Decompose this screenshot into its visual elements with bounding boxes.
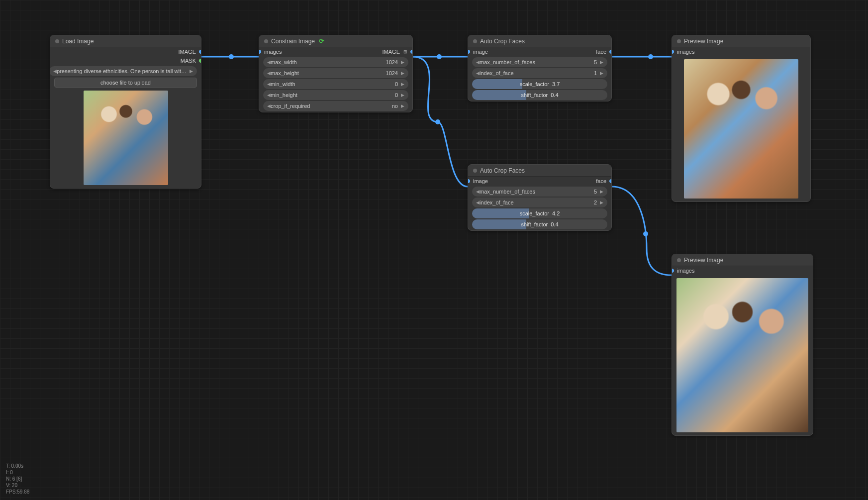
performance-stats: T: 0.00s I: 0 N: 6 [6] V: 20 FPS:59.88 [6,463,29,495]
input-images-label: images [677,268,694,274]
node-load-image[interactable]: Load Image IMAGE MASK ◀ presenting diver… [50,35,201,189]
node-preview-image-2[interactable]: Preview Image images [672,254,813,436]
widget-value: 0 [395,92,398,98]
arrow-right-icon[interactable]: ▶ [600,60,603,65]
link-dot [437,54,442,59]
widget-value: 5 [594,59,597,65]
widget-label: shift_factor [521,221,548,227]
node-auto-crop-faces-1[interactable]: Auto Crop Faces image face ◀ max_number_… [468,35,612,101]
arrow-right-icon[interactable]: ▶ [401,82,404,87]
input-images-label: images [677,49,694,55]
node-header[interactable]: Load Image [50,35,201,47]
widget-value: no [392,103,398,109]
collapse-dot-icon[interactable] [473,169,477,173]
widget-value: 0.4 [551,92,558,98]
link-dot [648,54,653,59]
arrow-left-icon[interactable]: ◀ [267,93,271,98]
link-dot [435,119,440,124]
node-header[interactable]: Preview Image [672,254,813,266]
port-input-images[interactable] [672,50,674,54]
arrow-left-icon[interactable]: ◀ [53,69,57,74]
port-output-mask[interactable] [199,59,201,63]
shift-factor-slider[interactable]: shift_factor 0.4 [472,90,607,100]
arrow-right-icon[interactable]: ▶ [401,93,404,98]
node-header[interactable]: Auto Crop Faces [468,35,611,47]
link-dot [229,54,234,59]
min-height-widget[interactable]: ◀ min_height 0 ▶ [263,90,408,100]
arrow-right-icon[interactable]: ▶ [190,69,193,74]
node-title: Constrain Image [271,38,315,45]
preview-thumbnail [676,278,808,432]
widget-value: 5 [594,189,597,195]
arrow-right-icon[interactable]: ▶ [401,103,404,108]
scale-factor-slider[interactable]: scale_factor 4.2 [472,208,607,218]
node-preview-image-1[interactable]: Preview Image images [672,35,811,202]
upload-button-label: choose file to upload [100,80,151,86]
arrow-left-icon[interactable]: ◀ [476,71,480,76]
index-face-widget[interactable]: ◀ index_of_face 1 ▶ [472,68,607,78]
arrow-right-icon[interactable]: ▶ [401,71,404,76]
node-constrain-image[interactable]: Constrain Image ⟳ images IMAGE ⊞ ◀ max_w… [259,35,413,112]
collapse-dot-icon[interactable] [473,39,477,43]
arrow-left-icon[interactable]: ◀ [267,82,271,87]
port-output-image[interactable] [199,50,201,54]
input-images-label: images [264,49,282,55]
scale-factor-slider[interactable]: scale_factor 3.7 [472,79,607,89]
stat-v: V: 20 [6,482,29,489]
widget-label: scale_factor [520,210,549,216]
node-title: Load Image [62,38,94,45]
shift-factor-slider[interactable]: shift_factor 0.4 [472,219,607,229]
grid-icon: ⊞ [403,49,407,54]
max-height-widget[interactable]: ◀ max_height 1024 ▶ [263,68,408,78]
refresh-icon[interactable]: ⟳ [319,37,324,45]
arrow-left-icon[interactable]: ◀ [476,189,480,194]
max-faces-widget[interactable]: ◀ max_number_of_faces 5 ▶ [472,187,607,197]
arrow-left-icon[interactable]: ◀ [476,200,480,205]
node-header[interactable]: Preview Image [672,35,810,47]
collapse-dot-icon[interactable] [55,39,59,43]
min-width-widget[interactable]: ◀ min_width 0 ▶ [263,79,408,89]
output-mask-label: MASK [181,58,196,64]
preview-thumbnail [684,59,798,199]
port-output-face[interactable] [609,50,612,54]
arrow-right-icon[interactable]: ▶ [600,189,603,194]
collapse-dot-icon[interactable] [264,39,268,43]
widget-label: scale_factor [520,81,549,87]
port-input-images[interactable] [672,269,674,273]
port-output-image[interactable] [410,50,413,54]
collapse-dot-icon[interactable] [677,258,681,262]
collapse-dot-icon[interactable] [677,39,681,43]
filename-value: presenting diverse ethnicities. One pers… [57,68,190,74]
widget-value: 0.4 [551,221,558,227]
node-title: Preview Image [684,38,723,45]
index-face-widget[interactable]: ◀ index_of_face 2 ▶ [472,198,607,207]
upload-button[interactable]: choose file to upload [54,78,197,88]
crop-if-required-widget[interactable]: ◀ crop_if_required no ▶ [263,101,408,111]
max-width-widget[interactable]: ◀ max_width 1024 ▶ [263,57,408,67]
port-output-face[interactable] [609,179,612,183]
arrow-right-icon[interactable]: ▶ [401,60,404,65]
port-input-images[interactable] [259,50,261,54]
arrow-left-icon[interactable]: ◀ [267,71,271,76]
node-header[interactable]: Auto Crop Faces [468,165,611,177]
node-header[interactable]: Constrain Image ⟳ [259,35,412,47]
arrow-left-icon[interactable]: ◀ [476,60,480,65]
port-input-image[interactable] [468,179,470,183]
widget-value: 1 [594,70,597,76]
widget-value: 1024 [386,70,398,76]
widget-value: 1024 [386,59,398,65]
arrow-left-icon[interactable]: ◀ [267,60,271,65]
arrow-left-icon[interactable]: ◀ [267,103,271,108]
stat-nodes: N: 6 [6] [6,476,29,482]
image-thumbnail [84,91,168,185]
widget-label: max_number_of_faces [480,189,535,195]
filename-widget[interactable]: ◀ presenting diverse ethnicities. One pe… [50,66,197,76]
max-faces-widget[interactable]: ◀ max_number_of_faces 5 ▶ [472,57,607,67]
node-auto-crop-faces-2[interactable]: Auto Crop Faces image face ◀ max_number_… [468,164,612,231]
widget-value: 0 [395,81,398,87]
arrow-right-icon[interactable]: ▶ [600,71,603,76]
port-input-image[interactable] [468,50,470,54]
stat-fps: FPS:59.88 [6,489,29,495]
node-graph-canvas[interactable]: Load Image IMAGE MASK ◀ presenting diver… [0,0,868,500]
arrow-right-icon[interactable]: ▶ [600,200,603,205]
